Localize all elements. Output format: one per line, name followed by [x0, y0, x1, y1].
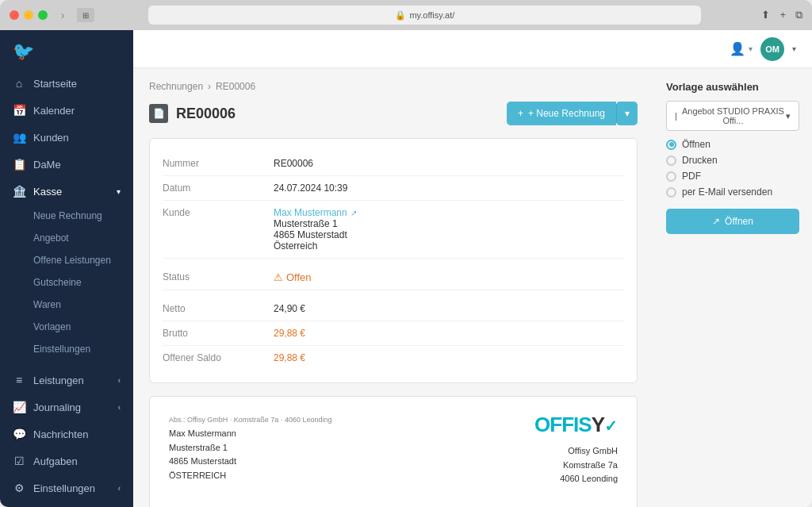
grid-icon[interactable]: ⊞	[77, 8, 94, 22]
sidebar-item-waren[interactable]: Waren	[0, 294, 133, 316]
invoice-icon: 📄	[153, 108, 165, 119]
kunde-addr2: 4865 Musterstadt	[274, 229, 357, 240]
kunde-addr1: Musterstraße 1	[274, 218, 357, 229]
sidebar-item-vorlagen[interactable]: Vorlagen	[0, 316, 133, 338]
status-label: Status	[163, 271, 274, 283]
vorlage-section: Vorlage auswählen | Angebot STUDIO PRAXI…	[666, 81, 799, 234]
radio-drucken[interactable]: Drucken	[666, 155, 799, 166]
neue-rechnung-button[interactable]: + + Neue Rechnung	[507, 102, 616, 125]
preview-to-country: ÖSTERREICH	[169, 469, 618, 483]
radio-label-email: per E-Mail versenden	[682, 186, 772, 198]
add-tab-icon[interactable]: +	[779, 9, 786, 21]
journaling-chevron-icon: ‹	[118, 403, 121, 412]
gutscheine-label: Gutscheine	[33, 277, 82, 288]
radio-dot-offnen	[669, 142, 674, 147]
user-avatar[interactable]: OM	[760, 37, 784, 61]
avatar-chevron-icon: ▾	[792, 44, 796, 53]
user-initials: OM	[765, 44, 779, 54]
sidebar-item-angebot[interactable]: Angebot	[0, 227, 133, 249]
sidebar-item-kalender[interactable]: 📅 Kalender	[0, 97, 133, 124]
offener-saldo-value: 29,88 €	[274, 352, 305, 363]
back-arrow[interactable]: ‹	[54, 9, 58, 21]
kasse-chevron-icon: ▾	[117, 187, 121, 196]
field-row-nummer: Nummer RE00006	[163, 152, 624, 176]
sidebar-item-startseite[interactable]: ⌂ Startseite	[0, 70, 133, 97]
leistungen-icon: ≡	[13, 374, 25, 386]
share-icon[interactable]: ⬆	[761, 9, 770, 21]
offene-leistungen-label: Offene Leistungen	[33, 255, 111, 266]
invoice-preview: OFFISY✓ Abs.: Offisy GmbH · Komstraße 7a…	[149, 396, 638, 507]
open-button[interactable]: ↗ Öffnen	[666, 209, 799, 234]
field-row-status: Status ⚠ Offen	[163, 265, 624, 290]
field-row-offener-saldo: Offener Saldo 29,88 €	[163, 346, 624, 370]
invoice-card: Nummer RE00006 Datum 24.07.2024 10:39 Ku…	[149, 138, 638, 383]
chevron-down-icon: ▾	[749, 44, 753, 53]
sidebar-icon[interactable]: ⧉	[795, 9, 802, 21]
template-chevron-icon: ▾	[786, 111, 791, 121]
sidebar-item-gutscheine[interactable]: Gutscheine	[0, 271, 133, 294]
radio-offnen[interactable]: Öffnen	[666, 139, 799, 150]
sidebar-item-neue-rechnung[interactable]: Neue Rechnung	[0, 205, 133, 227]
kunde-name-link[interactable]: Max Mustermann	[274, 207, 347, 218]
close-button[interactable]	[10, 10, 19, 20]
sidebar-item-kunden[interactable]: 👥 Kunden	[0, 124, 133, 151]
page-title: RE00006	[176, 106, 236, 122]
home-icon: ⌂	[13, 77, 25, 90]
breadcrumb-current: RE00006	[216, 81, 255, 92]
status-value: ⚠ Offen	[274, 271, 312, 283]
page-header-row: 📄 RE00006 + + Neue Rechnung ▾	[149, 102, 638, 125]
avatar-group: 👤 ▾	[730, 41, 753, 56]
preview-from-addr1: Komstraße 7a	[560, 459, 618, 473]
sidebar-item-nachrichten[interactable]: 💬 Nachrichten	[0, 421, 133, 447]
neue-rechnung-split-button[interactable]: ▾	[616, 102, 638, 125]
sidebar-item-journaling[interactable]: 📈 Journaling ‹	[0, 394, 133, 421]
preview-to-addr2: 4865 Musterstadt	[169, 455, 618, 469]
template-label: Angebot STUDIO PRAXIS Offi...	[680, 106, 786, 125]
breadcrumb-parent[interactable]: Rechnungen	[149, 81, 203, 92]
sidebar-label-leistungen: Leistungen	[33, 374, 84, 386]
field-row-brutto: Brutto 29,88 €	[163, 321, 624, 346]
page-title-icon: 📄	[149, 104, 168, 123]
traffic-lights	[10, 10, 48, 20]
sidebar-label-kasse: Kasse	[33, 186, 62, 198]
sidebar-label-aufgaben: Aufgaben	[33, 455, 78, 467]
radio-email[interactable]: per E-Mail versenden	[666, 186, 799, 198]
maximize-button[interactable]	[38, 10, 48, 20]
plus-icon: +	[518, 108, 523, 119]
external-link-icon: ↗	[350, 209, 357, 217]
logo-icon: 🐦	[13, 41, 34, 62]
radio-circle-offnen	[666, 140, 676, 150]
settings-icon: ⚙	[13, 482, 25, 494]
radio-pdf[interactable]: PDF	[666, 171, 799, 182]
nummer-label: Nummer	[163, 158, 274, 169]
sidebar-label-kalender: Kalender	[33, 105, 75, 117]
lock-icon: 🔒	[395, 10, 406, 21]
template-select-button[interactable]: | Angebot STUDIO PRAXIS Offi... ▾	[666, 101, 799, 131]
offener-saldo-label: Offener Saldo	[163, 352, 274, 363]
minimize-button[interactable]	[24, 10, 33, 20]
sidebar-item-kasse[interactable]: 🏦 Kasse ▾	[0, 178, 133, 205]
waren-label: Waren	[33, 299, 61, 310]
address-bar[interactable]: 🔒 my.offisy.at/	[148, 6, 701, 25]
sidebar-item-lizenz[interactable]: 📄 Lizenz ‹	[0, 501, 133, 507]
sidebar-label-nachrichten: Nachrichten	[33, 428, 88, 440]
radio-group: Öffnen Drucken PDF per E-Mail verse	[666, 139, 799, 198]
sidebar-item-leistungen[interactable]: ≡ Leistungen ‹	[0, 367, 133, 394]
sidebar-item-einstellungen[interactable]: ⚙ Einstellungen ‹	[0, 474, 133, 501]
users-icon: 👥	[13, 131, 25, 144]
sidebar-item-dame[interactable]: 📋 DaMe	[0, 151, 133, 178]
neue-rechnung-label: + Neue Rechnung	[528, 108, 605, 119]
sidebar-item-offene-leistungen[interactable]: Offene Leistungen	[0, 249, 133, 271]
radio-circle-pdf	[666, 171, 676, 182]
sidebar-item-einstellungen-kasse[interactable]: Einstellungen	[0, 338, 133, 360]
window-chrome: ‹ › ⊞ 🔒 my.offisy.at/ ⬆ + ⧉	[0, 0, 812, 30]
field-row-netto: Netto 24,90 €	[163, 297, 624, 321]
forward-arrow[interactable]: ›	[61, 9, 65, 21]
preview-from-addr2: 4060 Leonding	[560, 472, 618, 486]
preview-logo: OFFISY✓	[534, 413, 618, 437]
einstellungen-chevron-icon: ‹	[118, 484, 121, 493]
nav-arrows: ‹ ›	[54, 9, 64, 21]
sidebar-label-journaling: Journaling	[33, 401, 81, 413]
brutto-value: 29,88 €	[274, 328, 305, 339]
sidebar-item-aufgaben[interactable]: ☑ Aufgaben	[0, 447, 133, 474]
